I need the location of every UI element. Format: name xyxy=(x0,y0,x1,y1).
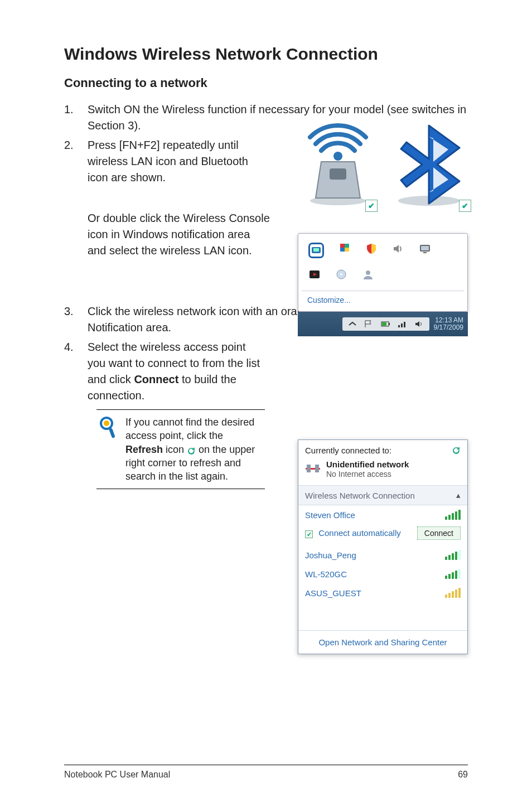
signal-icon xyxy=(445,569,461,579)
wifi-item-joshua[interactable]: Joshua_Peng xyxy=(298,545,467,564)
svg-rect-28 xyxy=(315,465,319,472)
wifi-networks-popup: Currently connected to: Unidentified net… xyxy=(298,439,468,654)
svg-point-1 xyxy=(104,421,109,426)
note-callout: If you cannot find the desired access po… xyxy=(96,409,265,489)
speaker-icon[interactable] xyxy=(414,320,425,328)
svg-rect-23 xyxy=(398,325,400,327)
svg-rect-9 xyxy=(340,244,345,248)
svg-rect-12 xyxy=(345,248,349,252)
section-heading: Windows Wireless Network Connection xyxy=(64,45,468,64)
step-number: 2. xyxy=(64,137,88,287)
svg-rect-22 xyxy=(382,322,386,326)
step-number: 4. xyxy=(64,339,88,404)
wifi-item-asus-guest[interactable]: ASUS_GUEST xyxy=(298,583,467,602)
connect-button[interactable]: Connect xyxy=(417,526,461,540)
signal-icon xyxy=(445,510,461,520)
svg-rect-2 xyxy=(109,428,115,438)
chevron-up-icon[interactable]: ▴ xyxy=(456,490,461,500)
svg-rect-11 xyxy=(340,248,345,252)
refresh-icon[interactable] xyxy=(452,446,461,455)
page-footer: Notebook PC User Manual 69 xyxy=(64,765,468,780)
customize-link[interactable]: Customize... xyxy=(302,291,464,309)
disc-icon[interactable] xyxy=(335,268,347,283)
bluetooth-icon: ✔ xyxy=(390,123,468,209)
page-number: 69 xyxy=(458,770,468,780)
wireless-console-icon[interactable] xyxy=(308,243,324,258)
svg-point-18 xyxy=(340,273,342,276)
refresh-icon xyxy=(187,446,196,455)
check-icon: ✔ xyxy=(459,200,471,212)
network-monitor-icon[interactable] xyxy=(419,243,431,258)
svg-point-5 xyxy=(333,152,342,161)
wifi-item-wl520gc[interactable]: WL-520GC xyxy=(298,564,467,583)
svg-rect-15 xyxy=(423,252,427,253)
media-icon[interactable] xyxy=(308,268,321,283)
unidentified-sub: No Internet access xyxy=(326,470,391,479)
sub-heading: Connecting to a network xyxy=(64,76,468,90)
step-number: 1. xyxy=(64,102,88,134)
step-text: Select the wireless access point you wan… xyxy=(88,339,266,404)
check-icon: ✔ xyxy=(365,200,378,212)
magnifier-icon xyxy=(99,416,118,443)
wifi-item-steven-office[interactable]: Steven Office xyxy=(298,505,467,524)
taskbar-clock[interactable]: 12:13 AM 9/17/2009 xyxy=(434,317,463,331)
signal-warning-icon xyxy=(445,588,461,598)
svg-rect-8 xyxy=(313,248,319,252)
svg-rect-14 xyxy=(421,246,429,250)
network-icon xyxy=(305,462,321,476)
step-number: 3. xyxy=(64,303,88,336)
currently-connected-label: Currently connected to: xyxy=(305,446,391,455)
step4-bold: Connect xyxy=(134,373,178,385)
wifi-section-label: Wireless Network Connection xyxy=(305,491,415,500)
open-network-center-link[interactable]: Open Network and Sharing Center xyxy=(298,630,467,654)
flag-icon[interactable] xyxy=(338,243,351,258)
chevron-up-icon[interactable] xyxy=(347,320,358,328)
svg-rect-25 xyxy=(404,322,405,327)
speaker-icon[interactable] xyxy=(392,243,404,258)
security-shield-icon[interactable] xyxy=(365,243,378,258)
user-icon[interactable] xyxy=(362,268,374,283)
unidentified-network[interactable]: Unidentified network No Internet access xyxy=(298,460,467,485)
flag-icon[interactable] xyxy=(364,320,375,328)
svg-rect-27 xyxy=(307,465,311,472)
connect-auto-checkbox[interactable]: ✔ xyxy=(305,530,313,538)
step2-b: Or double click the Wireless Console ico… xyxy=(88,210,272,259)
unidentified-title: Unidentified network xyxy=(326,460,409,469)
note-text: If you cannot find the desired access po… xyxy=(125,416,263,483)
taskbar-tray-icons[interactable] xyxy=(342,317,429,331)
notification-area-popup: Customize... 12:13 AM 9/17/2009 xyxy=(298,233,468,336)
network-bars-icon[interactable] xyxy=(397,320,408,328)
svg-rect-4 xyxy=(330,168,346,180)
step2-a: Press [FN+F2] repeatedly until wireless … xyxy=(88,137,260,186)
wifi-bt-illustration: ✔ ✔ xyxy=(302,123,468,209)
connect-auto-row: ✔ Connect automatically Connect xyxy=(298,524,467,545)
battery-icon[interactable] xyxy=(380,320,391,328)
footer-title: Notebook PC User Manual xyxy=(64,770,170,780)
wifi-ap-icon: ✔ xyxy=(302,123,374,209)
svg-point-19 xyxy=(366,270,370,275)
connect-auto-label: Connect automatically xyxy=(318,528,401,538)
svg-rect-21 xyxy=(389,323,390,325)
svg-rect-10 xyxy=(345,244,349,248)
svg-rect-24 xyxy=(401,323,403,327)
taskbar: 12:13 AM 9/17/2009 xyxy=(298,312,468,336)
signal-icon xyxy=(445,550,461,560)
